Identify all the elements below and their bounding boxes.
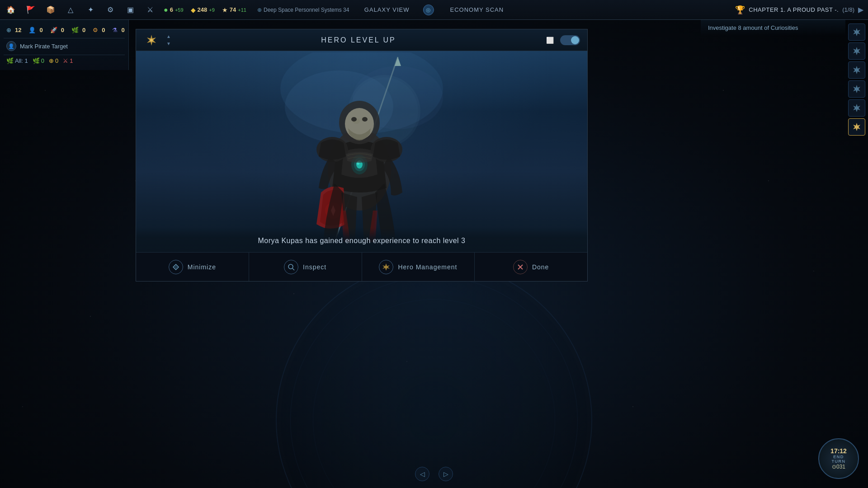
end-turn-button[interactable]: 17:12 ENDTURN ⊙031 bbox=[818, 438, 859, 479]
svg-point-22 bbox=[351, 117, 357, 122]
unit-yellow-icon: ⊕ bbox=[49, 57, 54, 64]
hero-management-label: Hero Management bbox=[398, 263, 457, 271]
right-icon-5[interactable] bbox=[848, 99, 865, 117]
hero-level-up-dialog: ▲ ▼ HERO LEVEL UP ⬜ bbox=[136, 29, 588, 282]
svg-point-1 bbox=[150, 39, 153, 42]
hero-image-area: Morya Kupas has gained enough experience… bbox=[136, 51, 587, 252]
svg-point-26 bbox=[288, 264, 293, 269]
bottom-icon-2[interactable]: ▷ bbox=[439, 467, 453, 481]
left-sidebar: ⊕ 12 👤 0 🚀 0 🌿 0 ⚙ 0 ⚗ 0 👤 Mark Pirate T… bbox=[0, 20, 129, 70]
dialog-nav-arrows: ▲ ▼ bbox=[164, 33, 173, 47]
economy-scan-button[interactable]: ECONOMY SCAN bbox=[436, 3, 517, 17]
svg-marker-32 bbox=[853, 47, 860, 55]
dialog-logo-icon bbox=[143, 32, 160, 48]
end-turn-label: ENDTURN bbox=[832, 455, 846, 464]
svg-point-23 bbox=[362, 117, 368, 122]
economy-icon: ◎ bbox=[423, 5, 434, 15]
planet-icon: ⊕ bbox=[6, 26, 11, 34]
bottom-icon-1[interactable]: ◁ bbox=[415, 467, 429, 481]
right-icon-2[interactable] bbox=[848, 42, 865, 60]
unit-red-icon: ⚔ bbox=[63, 57, 68, 64]
done-label: Done bbox=[532, 263, 549, 271]
system-name[interactable]: ⊕ Deep Space Personnel Systems 34 bbox=[257, 7, 349, 13]
hero-management-button[interactable]: Hero Management bbox=[362, 253, 475, 281]
inspect-icon bbox=[284, 260, 298, 274]
svg-marker-34 bbox=[853, 85, 860, 93]
minimize-button[interactable]: Minimize bbox=[136, 253, 249, 281]
svg-marker-35 bbox=[853, 104, 860, 112]
hero-management-icon bbox=[379, 260, 393, 274]
svg-marker-36 bbox=[853, 123, 860, 131]
inspect-button[interactable]: Inspect bbox=[249, 253, 362, 281]
mission-label: Mark Pirate Target bbox=[20, 43, 68, 50]
menu-icon-7[interactable]: ▣ bbox=[124, 4, 137, 16]
dialog-toggle[interactable] bbox=[560, 35, 580, 45]
menu-icon-3[interactable]: 📦 bbox=[44, 4, 57, 16]
menu-icon-5[interactable]: ✦ bbox=[84, 4, 97, 16]
right-icon-3[interactable] bbox=[848, 61, 865, 79]
right-icon-6[interactable] bbox=[848, 118, 865, 136]
resource-dust: ◆ 248 +9 bbox=[191, 6, 215, 14]
done-icon bbox=[513, 260, 528, 274]
menu-icon-6[interactable]: ⚙ bbox=[104, 4, 117, 16]
menu-icon-4[interactable]: △ bbox=[64, 4, 77, 16]
done-button[interactable]: Done bbox=[475, 253, 587, 281]
bottom-navigation-bar: ◁ ▷ bbox=[415, 467, 453, 481]
ship-icon: 🚀 bbox=[50, 26, 57, 34]
hero-character-art bbox=[136, 51, 587, 252]
chapter-investigate-area: Investigate 8 amount of Curiosities bbox=[701, 20, 845, 36]
menu-icon-8[interactable]: ⚔ bbox=[144, 4, 156, 16]
resource-science: ★ 74 +11 bbox=[222, 6, 246, 14]
unit-count-green: 🌿 0 bbox=[33, 57, 44, 64]
leaf-icon: 🌿 bbox=[6, 57, 14, 64]
svg-line-27 bbox=[292, 268, 294, 270]
inspect-label: Inspect bbox=[303, 263, 326, 271]
units-row: 🌿 All: 1 🌿 0 ⊕ 0 ⚔ 1 bbox=[4, 55, 125, 66]
hero-description-text: Morya Kupas has gained enough experience… bbox=[150, 237, 574, 245]
top-bar-right-section: 🏆 CHAPTER 1. A PROUD PAST -. (1/8) ▶ bbox=[735, 5, 863, 15]
food-icon: 🌿 bbox=[71, 26, 79, 34]
pop-icon: 👤 bbox=[28, 26, 36, 34]
prod-icon: ⚙ bbox=[93, 26, 98, 34]
nav-down-arrow[interactable]: ▼ bbox=[164, 41, 173, 47]
svg-marker-28 bbox=[382, 263, 390, 271]
investigate-text: Investigate 8 amount of Curiosities bbox=[708, 24, 838, 31]
top-navigation-bar: 🏠 🚩 📦 △ ✦ ⚙ ▣ ⚔ ● 6 +59 ◆ 248 +9 ★ 74 +1… bbox=[0, 0, 868, 20]
menu-icon-1[interactable]: 🏠 bbox=[5, 4, 17, 16]
hero-description-overlay: Morya Kupas has gained enough experience… bbox=[136, 228, 587, 252]
dialog-header-actions: ⬜ bbox=[544, 34, 580, 46]
minimize-label: Minimize bbox=[188, 263, 216, 271]
right-sidebar bbox=[845, 20, 868, 139]
svg-marker-31 bbox=[853, 28, 860, 36]
unit-green-icon: 🌿 bbox=[33, 57, 40, 64]
minimize-icon bbox=[169, 260, 183, 274]
dialog-title: HERO LEVEL UP bbox=[173, 36, 544, 44]
dialog-header: ▲ ▼ HERO LEVEL UP ⬜ bbox=[136, 29, 587, 51]
right-icon-4[interactable] bbox=[848, 80, 865, 98]
galaxy-view-button[interactable]: GALAXY VIEW bbox=[351, 3, 423, 17]
end-turn-time: 17:12 bbox=[830, 447, 847, 455]
unit-count-red: ⚔ 1 bbox=[63, 57, 73, 64]
sci-icon: ⚗ bbox=[112, 26, 118, 34]
sidebar-stats-row: ⊕ 12 👤 0 🚀 0 🌿 0 ⚙ 0 ⚗ 0 bbox=[4, 23, 125, 36]
nav-up-arrow[interactable]: ▲ bbox=[164, 33, 173, 40]
dialog-footer: Minimize Inspect Hero Management bbox=[136, 252, 587, 281]
resource-influence: ● 6 +59 bbox=[164, 6, 184, 14]
chapter-expand-icon[interactable]: ▶ bbox=[858, 5, 863, 14]
right-icon-1[interactable] bbox=[848, 23, 865, 41]
end-turn-number: ⊙031 bbox=[832, 464, 845, 470]
mission-icon: 👤 bbox=[6, 41, 16, 51]
trophy-icon: 🏆 bbox=[735, 5, 745, 15]
all-label: 🌿 All: 1 bbox=[6, 57, 28, 64]
chapter-info: 🏆 CHAPTER 1. A PROUD PAST -. (1/8) ▶ bbox=[735, 5, 863, 15]
menu-icon-2[interactable]: 🚩 bbox=[24, 4, 37, 16]
unit-count-yellow: ⊕ 0 bbox=[49, 57, 58, 64]
mission-row[interactable]: 👤 Mark Pirate Target bbox=[4, 38, 125, 54]
svg-marker-33 bbox=[853, 66, 860, 74]
dialog-export-icon[interactable]: ⬜ bbox=[544, 34, 556, 46]
top-bar-center-section: GALAXY VIEW ◎ ECONOMY SCAN bbox=[351, 3, 517, 17]
